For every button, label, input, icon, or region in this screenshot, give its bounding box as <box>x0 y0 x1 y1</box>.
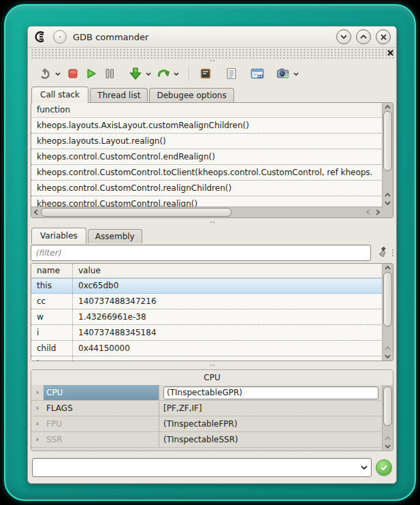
dock-grip[interactable] <box>30 49 394 59</box>
screenshot-root: GDB commander <box>0 0 420 505</box>
gdb-command-input[interactable] <box>33 463 357 472</box>
callstack-panel: function kheops.layouts.AxisLayout.custo… <box>31 102 393 218</box>
power-dropdown-chevron-icon[interactable] <box>54 66 62 81</box>
callstack-row[interactable]: kheops.control.CustomControl.realign() <box>31 196 383 207</box>
tab[interactable]: Variables <box>31 228 86 244</box>
step-into-icon[interactable] <box>128 66 143 81</box>
tab[interactable]: Thread list <box>90 88 148 102</box>
cpu-vertical-scrollbar <box>382 385 393 450</box>
column-value[interactable]: value <box>73 264 383 277</box>
scroll-down-stepper[interactable] <box>383 352 393 361</box>
gdb-commander-window: GDB commander <box>27 26 397 484</box>
watch-window-icon[interactable] <box>250 66 265 81</box>
shade-down-button[interactable] <box>336 29 351 44</box>
step-into-dropdown-chevron-icon[interactable] <box>144 66 152 81</box>
callstack-vertical-scrollbar <box>382 103 393 207</box>
play-icon[interactable] <box>84 66 99 81</box>
cpu-register-row[interactable]: › FLAGS [PF,ZF,IF] <box>31 401 383 416</box>
callstack-row[interactable]: kheops.control.CustomControl.endRealign(… <box>31 149 383 165</box>
variable-row[interactable]: i 140737488345184 <box>31 325 383 341</box>
scrollbar-thumb[interactable] <box>383 386 392 426</box>
window-frame: GDB commander <box>4 4 416 501</box>
scrollbar-corner <box>383 207 393 217</box>
filter-splitter-grip <box>392 249 393 256</box>
scroll-down-stepper[interactable] <box>383 199 393 207</box>
flex-gap <box>28 451 396 456</box>
snapshot-dropdown-chevron-icon[interactable] <box>292 66 300 81</box>
variables-list: this 0xc65db0 cc 140737488347216 w <box>31 278 383 361</box>
stop-icon[interactable] <box>65 66 80 81</box>
cpu-register-row[interactable]: › SSR (TInspectableSSR) <box>31 432 383 448</box>
app-logo-ce-icon <box>33 31 48 43</box>
step-over-icon[interactable] <box>156 66 171 81</box>
window-menu-button[interactable] <box>53 30 67 44</box>
splitter[interactable] <box>28 361 396 369</box>
cpu-view-icon[interactable] <box>198 66 213 81</box>
tab[interactable]: Call stack <box>31 87 88 103</box>
scroll-left-stepper[interactable] <box>364 207 373 217</box>
callstack-list: kheops.layouts.AxisLayout.customRealignC… <box>31 118 383 207</box>
toolbar-separator <box>189 66 190 81</box>
snapshot-icon[interactable] <box>276 66 291 81</box>
send-command-ok-button[interactable] <box>376 459 392 476</box>
scroll-up-stepper[interactable] <box>383 191 393 199</box>
dock-close-icon[interactable] <box>387 50 393 56</box>
variable-row[interactable]: this 0xc65db0 <box>31 278 383 294</box>
splitter[interactable] <box>28 218 396 226</box>
scroll-right-stepper[interactable] <box>373 207 383 217</box>
callstack-row[interactable]: kheops.layouts.AxisLayout.customRealignC… <box>31 118 383 134</box>
expand-chevron-icon[interactable]: › <box>31 401 44 416</box>
variables-panel: name value this 0xc65db0 cc <box>31 263 393 361</box>
variables-vertical-scrollbar <box>382 264 393 361</box>
cpu-register-row[interactable]: › FPU (TInspectableFPR) <box>31 416 383 432</box>
close-window-button[interactable] <box>376 29 391 44</box>
cpu-group-title: CPU <box>31 370 393 385</box>
scroll-left-stepper[interactable] <box>31 207 41 217</box>
column-name[interactable]: name <box>31 264 73 277</box>
variable-row[interactable]: cc 140737488347216 <box>31 294 383 309</box>
callstack-row[interactable]: kheops.layouts.Layout.realign() <box>31 134 383 149</box>
tab[interactable]: Debugee options <box>149 88 233 102</box>
cpu-register-list: › CPU (TInspectableGPR) › FLAGS [PF,ZF,I… <box>31 385 383 450</box>
scroll-up-stepper[interactable] <box>383 344 393 352</box>
callstack-row[interactable]: kheops.control.CustomControl.realignChil… <box>31 181 383 196</box>
scroll-down-stepper[interactable] <box>383 442 393 450</box>
scroll-up-stepper[interactable] <box>383 434 393 442</box>
variables-header: name value <box>31 264 383 278</box>
shade-up-button[interactable] <box>356 29 371 44</box>
command-bar <box>28 456 396 483</box>
filter-row <box>31 244 393 262</box>
expand-chevron-icon[interactable]: › <box>31 432 44 447</box>
clear-filter-broom-icon[interactable] <box>374 245 389 260</box>
log-icon[interactable] <box>224 66 239 81</box>
scrollbar-thumb[interactable] <box>41 208 231 217</box>
top-tabbar: Call stackThread listDebugee options <box>28 85 396 102</box>
callstack-row[interactable]: kheops.control.CustomControl.toClient(kh… <box>31 165 383 181</box>
callstack-horizontal-scrollbar <box>31 206 383 217</box>
power-icon[interactable] <box>37 66 52 81</box>
variable-row[interactable]: w 1.43266961e-38 <box>31 309 383 325</box>
variable-row[interactable]: h 1.43266961e-38 <box>31 356 383 361</box>
callstack-column-header[interactable]: function <box>31 103 383 118</box>
debug-toolbar <box>28 62 396 85</box>
expand-chevron-icon[interactable]: › <box>31 416 44 431</box>
scrollbar-thumb[interactable] <box>383 272 392 326</box>
pause-icon[interactable] <box>102 66 117 81</box>
cpu-inspector: CPU › CPU (TInspectableGPR) › FLAGS [ <box>31 369 393 451</box>
expand-chevron-icon[interactable]: › <box>31 385 44 400</box>
gdb-command-combobox[interactable] <box>32 458 372 477</box>
step-over-dropdown-chevron-icon[interactable] <box>172 66 180 81</box>
scrollbar-thumb[interactable] <box>383 111 392 171</box>
scroll-up-stepper[interactable] <box>383 264 393 272</box>
mid-tabbar: VariablesAssembly <box>28 226 396 243</box>
variable-row[interactable]: child 0x44150000 <box>31 341 383 356</box>
window-title: GDB commander <box>73 32 148 42</box>
titlebar: GDB commander <box>28 27 396 48</box>
scroll-up-stepper[interactable] <box>383 103 393 111</box>
filter-input[interactable] <box>31 245 371 261</box>
cpu-register-row[interactable]: › CPU (TInspectableGPR) <box>31 385 383 401</box>
tab[interactable]: Assembly <box>88 229 142 243</box>
combobox-chevron-icon[interactable] <box>357 465 371 470</box>
